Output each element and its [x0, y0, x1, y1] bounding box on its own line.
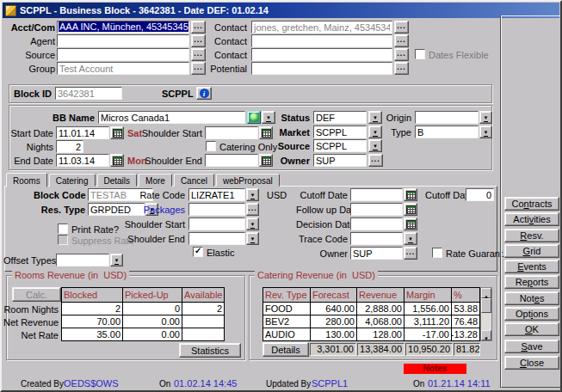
tab-more[interactable]: More [139, 174, 172, 187]
rate-guarant-checkbox[interactable] [432, 248, 442, 258]
options-button[interactable]: Options [504, 307, 559, 321]
contact2-lookup-button[interactable] [394, 34, 409, 47]
decision-date-field[interactable] [350, 217, 403, 230]
resv-button[interactable]: Resv. [504, 229, 559, 242]
acct-com-field[interactable]: AAA INC, München, 45345345 [57, 21, 189, 34]
bb-name-language-button[interactable] [247, 111, 261, 124]
type-lov-button[interactable] [479, 126, 492, 138]
cutoff-days-field[interactable] [466, 188, 494, 201]
origin-lov-button[interactable] [479, 111, 492, 124]
ellipsis-icon [406, 248, 416, 259]
bb-source-lov-button[interactable] [368, 139, 382, 152]
source-field[interactable] [57, 48, 189, 61]
statistics-button[interactable]: Statistics [179, 343, 241, 358]
group-field [57, 62, 189, 75]
trace-code-label: Trace Code [296, 234, 348, 244]
tab-shoulder-end-field[interactable] [188, 232, 245, 245]
tab-rooms[interactable]: Rooms [6, 173, 47, 187]
contact2-label: Contact [195, 36, 247, 46]
potential-lookup-button[interactable] [394, 62, 409, 75]
shoulder-end-field[interactable] [205, 154, 258, 167]
bb-source-label: Source [274, 141, 310, 151]
shoulder-end-calendar-button[interactable] [259, 154, 273, 167]
tab-catering[interactable]: Catering [49, 174, 96, 187]
calendar-icon [406, 191, 416, 199]
tab-details[interactable]: Details [97, 174, 138, 187]
nights-field[interactable] [56, 140, 83, 153]
decision-date-calendar-button[interactable] [404, 217, 417, 230]
print-rate-checkbox[interactable] [58, 224, 68, 234]
events-button[interactable]: Events [504, 260, 559, 273]
block-id-label: Block ID [14, 89, 52, 99]
tab-shoulder-end-label: Shoulder End [122, 234, 185, 244]
tab-shoulder-end-lov-button[interactable] [246, 232, 259, 245]
follow-up-calendar-button[interactable] [404, 203, 417, 216]
cutoff-date-calendar-button[interactable] [404, 188, 417, 201]
contact1-lookup-button[interactable] [394, 21, 409, 34]
contact3-lookup-button[interactable] [394, 48, 409, 61]
catering-only-checkbox[interactable] [206, 141, 216, 151]
scroll-up-icon[interactable] [481, 288, 491, 298]
packages-lookup-button[interactable] [246, 203, 259, 216]
shoulder-start-calendar-button[interactable] [259, 126, 273, 139]
details-button[interactable]: Details [262, 342, 309, 357]
catering-table-scrollbar[interactable] [480, 287, 492, 341]
dropdown-arrow-icon [114, 256, 120, 265]
scrollbar-thumb[interactable] [481, 298, 491, 313]
end-date-field[interactable] [56, 154, 109, 167]
elastic-checkbox[interactable] [193, 247, 203, 257]
tab-webproposal[interactable]: webProposal [216, 174, 280, 187]
tab-owner-lookup-button[interactable] [404, 247, 417, 260]
start-date-field[interactable] [56, 126, 109, 139]
close-button[interactable]: Close [504, 356, 559, 370]
activities-button[interactable]: Activities [504, 212, 559, 226]
start-date-calendar-button[interactable] [110, 126, 124, 139]
scroll-down-icon[interactable] [481, 330, 491, 340]
type-field[interactable] [415, 126, 479, 138]
column-header: Picked-Up [123, 288, 182, 303]
tab-cancel[interactable]: Cancel [174, 174, 214, 187]
bb-owner-lookup-button[interactable] [368, 154, 383, 167]
reports-button[interactable]: Reports [504, 275, 559, 289]
tab-shoulder-start-lov-button[interactable] [246, 217, 259, 230]
grid-button[interactable]: Grid [504, 244, 559, 258]
tab-owner-field[interactable] [350, 247, 403, 260]
dates-flexible-checkbox[interactable] [415, 49, 425, 59]
table-cell [182, 328, 225, 341]
packages-link[interactable]: Packages [133, 205, 185, 215]
market-field[interactable] [313, 126, 367, 138]
contact3-field[interactable] [251, 48, 392, 61]
bb-owner-field[interactable] [313, 154, 367, 167]
origin-field[interactable] [415, 111, 479, 124]
property-info-button[interactable] [196, 87, 212, 100]
end-date-calendar-button[interactable] [110, 154, 124, 167]
tab-shoulder-start-field[interactable] [188, 217, 245, 230]
status-field[interactable] [313, 111, 367, 124]
elastic-label: Elastic [207, 248, 234, 258]
rate-code-lov-button[interactable] [246, 188, 259, 201]
column-header: Available [182, 288, 225, 303]
follow-up-date-field[interactable] [350, 203, 403, 216]
trace-code-lov-button[interactable] [404, 232, 417, 245]
contracts-button[interactable]: Contracts [504, 197, 559, 211]
column-header: Blocked [62, 288, 123, 303]
ellipsis-icon [397, 36, 406, 46]
offset-types-lov-button[interactable] [110, 254, 123, 266]
shoulder-start-field[interactable] [205, 126, 258, 139]
ok-button[interactable]: OK [504, 322, 559, 336]
contact2-field[interactable] [251, 34, 392, 47]
agent-field[interactable] [57, 34, 189, 47]
rate-code-field[interactable] [188, 188, 245, 201]
trace-code-field[interactable] [350, 232, 403, 245]
calc-button-label: Calc. [26, 290, 47, 300]
bb-source-field[interactable] [313, 139, 367, 152]
potential-field[interactable] [251, 62, 392, 75]
notes-button[interactable]: Notes [504, 291, 559, 305]
offset-types-field[interactable] [56, 254, 109, 266]
table-cell: BEV2 [263, 315, 311, 328]
packages-field[interactable] [188, 203, 245, 216]
titlebar[interactable]: SCPPL - Business Block - 3642381 - Date … [3, 3, 559, 18]
save-button[interactable]: Save [504, 340, 559, 353]
bb-name-field[interactable] [98, 111, 245, 124]
cutoff-date-field[interactable] [350, 188, 403, 201]
